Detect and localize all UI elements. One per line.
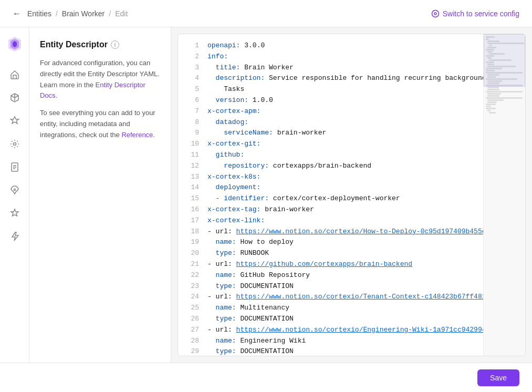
sidebar-nav (0, 27, 29, 363)
line-number: 18 (186, 226, 199, 238)
minimap-line (486, 108, 496, 109)
info-icon[interactable]: i (111, 40, 119, 49)
url-link[interactable]: https://github.com/cortexapps/brain-back… (236, 260, 412, 268)
save-button[interactable]: Save (477, 369, 519, 386)
minimap-line (486, 106, 491, 107)
home-icon (9, 69, 20, 80)
url-link[interactable]: https://www.notion.so/cortexio/How-to-De… (236, 228, 483, 235)
minimap-line (487, 101, 497, 103)
code-line: - identifier: cortex/cortex-deployment-w… (207, 193, 477, 204)
nav-item-favorites[interactable] (5, 111, 24, 130)
code-line: github: (207, 150, 477, 161)
code-line: openapi: 3.0.0 (207, 40, 477, 51)
svg-point-0 (432, 10, 439, 17)
code-line: x-cortex-apm: (207, 106, 477, 117)
breadcrumb-sep2: / (109, 9, 111, 18)
code-line: name: Multitenancy (207, 303, 477, 314)
line-number: 13 (186, 172, 199, 183)
minimap-line (487, 110, 491, 111)
code-line: x-cortex-tag: brain-worker (207, 204, 477, 215)
line-number: 10 (186, 139, 199, 150)
code-line: description: Service responsible for han… (207, 73, 477, 84)
url-link[interactable]: https://www.notion.so/cortexio/Tenant-Co… (236, 293, 483, 301)
line-number: 15 (186, 193, 199, 204)
code-line: type: RUNBOOK (207, 248, 477, 259)
panel-title: Entity Descriptor i (40, 40, 160, 49)
code-line: - url: https://www.notion.so/cortexio/Te… (207, 292, 477, 303)
nav-item-settings[interactable] (5, 135, 24, 153)
line-number: 27 (186, 325, 199, 336)
code-line: name: Engineering Wiki (207, 336, 477, 347)
line-number: 22 (186, 270, 199, 281)
left-panel: Entity Descriptor i For advanced configu… (29, 27, 171, 363)
minimap-highlight (484, 34, 525, 87)
line-number: 1 (186, 40, 199, 51)
nav-item-tools[interactable] (5, 204, 24, 223)
code-line: name: GitHub Repository (207, 270, 477, 281)
minimap-line (487, 93, 501, 95)
line-number: 28 (186, 336, 199, 347)
minimap-line (486, 97, 523, 99)
lightning-icon (9, 231, 20, 242)
code-line: title: Brain Worker (207, 63, 477, 74)
cube-icon (9, 92, 20, 103)
line-numbers: 1234567891011121314151617181920212223242… (178, 34, 203, 356)
line-number: 25 (186, 303, 199, 314)
minimap (483, 34, 525, 356)
switch-service-config-button[interactable]: Switch to service config (431, 9, 519, 18)
reference-link[interactable]: Reference (121, 131, 153, 139)
code-content[interactable]: openapi: 3.0.0info: title: Brain Worker … (203, 34, 483, 356)
breadcrumb-sep1: / (56, 9, 58, 18)
code-line: type: DOCUMENTATION (207, 314, 477, 325)
line-number: 20 (186, 248, 199, 259)
minimap-line (486, 91, 523, 92)
breadcrumb-brain-worker[interactable]: Brain Worker (62, 9, 105, 18)
line-number: 5 (186, 84, 199, 95)
code-line: deployment: (207, 182, 477, 193)
code-line: version: 1.0.0 (207, 95, 477, 106)
line-number: 23 (186, 281, 199, 292)
line-number: 24 (186, 292, 199, 303)
code-line: Tasks (207, 84, 477, 95)
line-number: 9 (186, 128, 199, 139)
line-number: 26 (186, 314, 199, 325)
code-editor[interactable]: 1234567891011121314151617181920212223242… (178, 34, 525, 356)
topbar: ← Entities / Brain Worker / Edit Switch … (0, 0, 532, 27)
line-number: 14 (186, 182, 199, 193)
line-number: 11 (186, 150, 199, 161)
line-number: 19 (186, 237, 199, 248)
nav-item-deploys[interactable] (5, 181, 24, 200)
rocket-icon (9, 185, 20, 195)
minimap-line (486, 104, 496, 105)
minimap-line (489, 112, 496, 114)
entity-descriptor-docs-link[interactable]: Entity Descriptor Docs (40, 81, 145, 100)
nav-item-catalog[interactable] (5, 88, 24, 107)
document-icon (9, 162, 20, 172)
nav-item-alerts[interactable] (5, 227, 24, 246)
star-icon (9, 116, 20, 126)
breadcrumb-entities[interactable]: Entities (27, 9, 51, 18)
line-number: 16 (186, 204, 199, 215)
main-layout: Entity Descriptor i For advanced configu… (0, 27, 532, 363)
line-number: 7 (186, 106, 199, 117)
settings-circle-icon (431, 9, 440, 18)
url-link[interactable]: https://www.notion.so/cortexio/Engineeri… (236, 326, 483, 334)
code-line: - url: https://www.notion.so/cortexio/En… (207, 325, 477, 336)
code-line: x-cortex-k8s: (207, 172, 477, 183)
minimap-line (487, 95, 499, 97)
footer: Save (0, 363, 532, 392)
line-number: 12 (186, 161, 199, 172)
breadcrumb: ← Entities / Brain Worker / Edit (13, 9, 128, 18)
back-button[interactable]: ← (13, 9, 21, 18)
code-line: - url: https://github.com/cortexapps/bra… (207, 259, 477, 270)
nav-item-home[interactable] (5, 65, 24, 84)
svg-point-5 (13, 143, 16, 146)
line-number: 3 (186, 63, 199, 74)
nav-item-docs[interactable] (5, 158, 24, 177)
line-number: 6 (186, 95, 199, 106)
code-line: serviceName: brain-worker (207, 128, 477, 139)
code-line: datadog: (207, 117, 477, 128)
minimap-line (487, 89, 499, 90)
app-logo[interactable] (6, 36, 23, 53)
code-line: type: DOCUMENTATION (207, 346, 477, 356)
